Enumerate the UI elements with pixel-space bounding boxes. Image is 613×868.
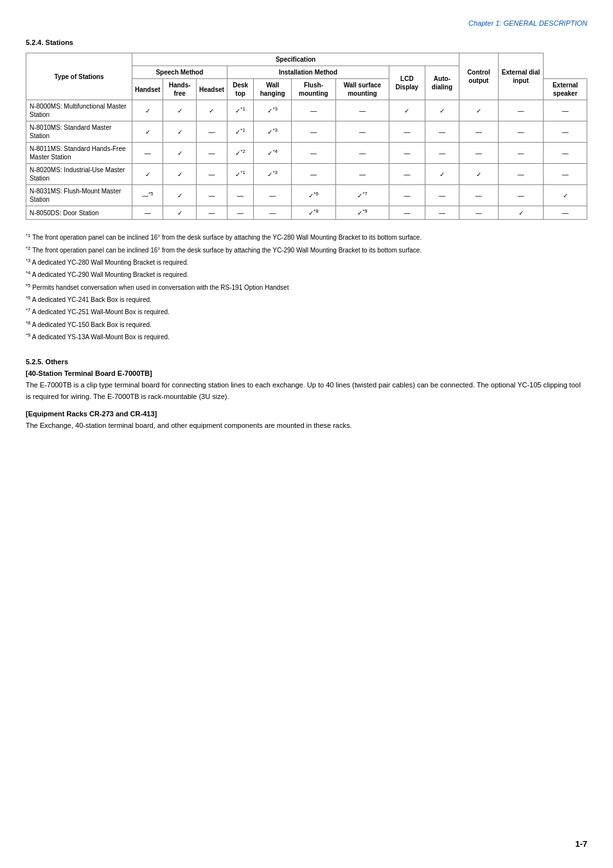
subsection-title: [Equipment Racks CR-273 and CR-413] <box>26 410 587 418</box>
specification-table: Type of Stations Specification Control o… <box>26 53 587 220</box>
subsection-text: The E-7000TB is a clip type terminal boa… <box>26 380 587 402</box>
chapter-header: Chapter 1: GENERAL DESCRIPTION <box>26 19 587 27</box>
footnote: *3 A dedicated YC-280 Wall Mounting Brac… <box>26 256 587 268</box>
type-of-stations-header: Type of Stations <box>26 53 132 100</box>
lcd-display-header: LCD Display <box>389 66 425 100</box>
footnote: *4 A dedicated YC-290 Wall Mounting Brac… <box>26 269 587 280</box>
specification-header: Specification <box>132 53 459 66</box>
headset-header: Headset <box>196 79 227 100</box>
footnote: *7 A dedicated YC-251 Wall-Mount Box is … <box>26 306 587 317</box>
subsection-text: The Exchange, 40-station terminal board,… <box>26 420 587 432</box>
subsection-title: [40-Station Terminal Board E-7000TB] <box>26 369 587 377</box>
ext-speaker-header: External speaker <box>544 79 587 100</box>
table-row: N-8031MS: Flush-Mount Master Station—*5✓… <box>26 185 587 206</box>
footnote: *1 The front operation panel can be incl… <box>26 231 587 243</box>
footnotes: *1 The front operation panel can be incl… <box>26 231 587 342</box>
wall-hanging-header: Wall hanging <box>254 79 292 100</box>
table-row: N-8011MS: Standard Hands-Free Master Sta… <box>26 143 587 164</box>
others-section: 5.2.5. Others [40-Station Terminal Board… <box>26 358 587 432</box>
table-row: N-8020MS: Industrial-Use Master Station✓… <box>26 164 587 185</box>
table-row: N-8000MS: Multifunctional Master Station… <box>26 100 587 121</box>
footnote: *2 The front operation panel can be incl… <box>26 244 587 256</box>
speech-method-header: Speech Method <box>132 66 227 79</box>
handset-header: Handset <box>132 79 163 100</box>
wall-surface-header: Wall surface mounting <box>335 79 389 100</box>
desk-top-header: Desk top <box>227 79 254 100</box>
hands-free-header: Hands-free <box>163 79 197 100</box>
ext-dial-input-header: External dial input <box>498 53 544 100</box>
installation-method-header: Installation Method <box>227 66 389 79</box>
footnote: *8 A dedicated YC-150 Back Box is requir… <box>26 319 587 330</box>
flush-mounting-header: Flush-mounting <box>292 79 336 100</box>
footnote: *5 Permits handset conversation when use… <box>26 281 587 293</box>
page-number: 1-7 <box>575 839 587 849</box>
table-row: N-8010MS: Standard Master Station✓✓—✓*1✓… <box>26 121 587 143</box>
control-output-header: Control output <box>459 53 498 100</box>
footnote: *6 A dedicated YC-241 Back Box is requir… <box>26 294 587 305</box>
section-title: 5.2.4. Stations <box>26 39 587 46</box>
footnote: *9 A dedicated YS-13A Wall-Mount Box is … <box>26 331 587 342</box>
others-title: 5.2.5. Others <box>26 358 587 366</box>
table-row: N-8050DS: Door Station—✓———✓*8✓*9———✓— <box>26 206 587 220</box>
auto-dialing-header: Auto-dialing <box>425 66 459 100</box>
